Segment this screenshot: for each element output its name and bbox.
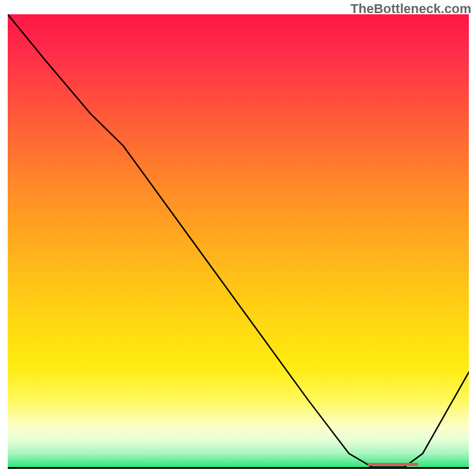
chart-container: TheBottleneck.com	[0, 0, 476, 476]
bottleneck-curve	[8, 14, 469, 467]
watermark-text: TheBottleneck.com	[350, 1, 471, 17]
chart-plot-area	[8, 14, 469, 469]
minimum-region-marker	[368, 463, 418, 466]
